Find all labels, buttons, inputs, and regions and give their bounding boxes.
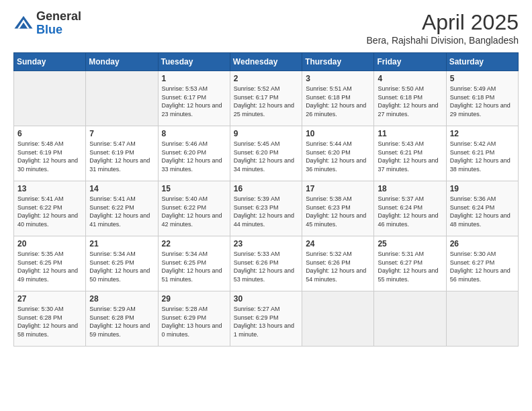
- day-number: 7: [89, 129, 154, 138]
- calendar-cell: 8Sunrise: 5:46 AM Sunset: 6:20 PM Daylig…: [158, 126, 230, 181]
- calendar-cell: [86, 71, 158, 126]
- day-info: Sunrise: 5:41 AM Sunset: 6:22 PM Dayligh…: [17, 195, 82, 228]
- day-number: 21: [89, 239, 154, 248]
- calendar-cell: 15Sunrise: 5:40 AM Sunset: 6:22 PM Dayli…: [158, 181, 230, 236]
- day-number: 12: [450, 129, 515, 138]
- day-info: Sunrise: 5:42 AM Sunset: 6:21 PM Dayligh…: [450, 140, 515, 173]
- day-info: Sunrise: 5:53 AM Sunset: 6:17 PM Dayligh…: [162, 85, 226, 118]
- day-number: 27: [17, 294, 82, 304]
- weekday-header-thursday: Thursday: [302, 53, 374, 71]
- day-number: 23: [234, 239, 298, 248]
- day-info: Sunrise: 5:47 AM Sunset: 6:19 PM Dayligh…: [89, 140, 154, 173]
- calendar-cell: [302, 291, 374, 347]
- day-info: Sunrise: 5:52 AM Sunset: 6:17 PM Dayligh…: [234, 85, 298, 118]
- day-number: 2: [234, 74, 298, 83]
- day-info: Sunrise: 5:34 AM Sunset: 6:25 PM Dayligh…: [162, 250, 226, 283]
- day-number: 16: [234, 184, 298, 193]
- day-number: 10: [306, 129, 370, 138]
- day-info: Sunrise: 5:28 AM Sunset: 6:29 PM Dayligh…: [162, 305, 226, 338]
- page: General Blue April 2025 Bera, Rajshahi D…: [0, 0, 532, 411]
- logo-icon: [13, 13, 34, 34]
- day-number: 9: [234, 129, 298, 138]
- calendar-cell: 19Sunrise: 5:36 AM Sunset: 6:24 PM Dayli…: [446, 181, 518, 236]
- day-info: Sunrise: 5:39 AM Sunset: 6:23 PM Dayligh…: [234, 195, 298, 228]
- day-info: Sunrise: 5:29 AM Sunset: 6:28 PM Dayligh…: [89, 305, 154, 338]
- calendar-cell: 27Sunrise: 5:30 AM Sunset: 6:28 PM Dayli…: [14, 291, 86, 347]
- weekday-header-wednesday: Wednesday: [230, 53, 302, 71]
- day-info: Sunrise: 5:32 AM Sunset: 6:26 PM Dayligh…: [306, 250, 370, 283]
- day-number: 28: [89, 294, 154, 304]
- day-number: 4: [378, 74, 442, 83]
- logo: General Blue: [13, 10, 81, 37]
- calendar-cell: 14Sunrise: 5:41 AM Sunset: 6:22 PM Dayli…: [86, 181, 158, 236]
- week-row-5: 27Sunrise: 5:30 AM Sunset: 6:28 PM Dayli…: [14, 291, 519, 347]
- calendar-cell: 29Sunrise: 5:28 AM Sunset: 6:29 PM Dayli…: [158, 291, 230, 347]
- day-number: 1: [162, 74, 226, 83]
- subtitle: Bera, Rajshahi Division, Bangladesh: [367, 35, 519, 46]
- weekday-header-row: SundayMondayTuesdayWednesdayThursdayFrid…: [14, 53, 519, 71]
- weekday-header-monday: Monday: [86, 53, 158, 71]
- day-info: Sunrise: 5:33 AM Sunset: 6:26 PM Dayligh…: [234, 250, 298, 283]
- day-info: Sunrise: 5:36 AM Sunset: 6:24 PM Dayligh…: [450, 195, 515, 228]
- calendar-header: SundayMondayTuesdayWednesdayThursdayFrid…: [14, 53, 519, 71]
- day-number: 11: [378, 129, 442, 138]
- calendar-body: 1Sunrise: 5:53 AM Sunset: 6:17 PM Daylig…: [14, 71, 519, 347]
- day-info: Sunrise: 5:44 AM Sunset: 6:20 PM Dayligh…: [306, 140, 370, 173]
- calendar-cell: 6Sunrise: 5:48 AM Sunset: 6:19 PM Daylig…: [14, 126, 86, 181]
- day-number: 26: [450, 239, 515, 248]
- logo-blue-text: Blue: [36, 23, 62, 36]
- day-info: Sunrise: 5:37 AM Sunset: 6:24 PM Dayligh…: [378, 195, 442, 228]
- day-info: Sunrise: 5:43 AM Sunset: 6:21 PM Dayligh…: [378, 140, 442, 173]
- calendar-cell: 22Sunrise: 5:34 AM Sunset: 6:25 PM Dayli…: [158, 236, 230, 291]
- weekday-header-friday: Friday: [374, 53, 446, 71]
- calendar-cell: 4Sunrise: 5:50 AM Sunset: 6:18 PM Daylig…: [374, 71, 446, 126]
- calendar-cell: [374, 291, 446, 347]
- day-info: Sunrise: 5:45 AM Sunset: 6:20 PM Dayligh…: [234, 140, 298, 173]
- calendar-cell: 26Sunrise: 5:30 AM Sunset: 6:27 PM Dayli…: [446, 236, 518, 291]
- calendar-cell: 16Sunrise: 5:39 AM Sunset: 6:23 PM Dayli…: [230, 181, 302, 236]
- day-number: 5: [450, 74, 515, 83]
- day-info: Sunrise: 5:49 AM Sunset: 6:18 PM Dayligh…: [450, 85, 515, 118]
- calendar-cell: 2Sunrise: 5:52 AM Sunset: 6:17 PM Daylig…: [230, 71, 302, 126]
- day-info: Sunrise: 5:31 AM Sunset: 6:27 PM Dayligh…: [378, 250, 442, 283]
- day-number: 8: [162, 129, 226, 138]
- day-number: 3: [306, 74, 370, 83]
- calendar-cell: 24Sunrise: 5:32 AM Sunset: 6:26 PM Dayli…: [302, 236, 374, 291]
- logo-general-text: General: [36, 9, 81, 23]
- calendar-cell: 20Sunrise: 5:35 AM Sunset: 6:25 PM Dayli…: [14, 236, 86, 291]
- day-number: 20: [17, 239, 82, 248]
- weekday-header-sunday: Sunday: [14, 53, 86, 71]
- day-info: Sunrise: 5:30 AM Sunset: 6:28 PM Dayligh…: [17, 305, 82, 338]
- calendar-cell: 5Sunrise: 5:49 AM Sunset: 6:18 PM Daylig…: [446, 71, 518, 126]
- calendar-cell: 9Sunrise: 5:45 AM Sunset: 6:20 PM Daylig…: [230, 126, 302, 181]
- day-number: 29: [162, 294, 226, 304]
- day-info: Sunrise: 5:38 AM Sunset: 6:23 PM Dayligh…: [306, 195, 370, 228]
- day-info: Sunrise: 5:27 AM Sunset: 6:29 PM Dayligh…: [234, 305, 298, 338]
- calendar: SundayMondayTuesdayWednesdayThursdayFrid…: [13, 52, 519, 347]
- calendar-cell: 1Sunrise: 5:53 AM Sunset: 6:17 PM Daylig…: [158, 71, 230, 126]
- day-info: Sunrise: 5:50 AM Sunset: 6:18 PM Dayligh…: [378, 85, 442, 118]
- day-info: Sunrise: 5:41 AM Sunset: 6:22 PM Dayligh…: [89, 195, 154, 228]
- day-info: Sunrise: 5:48 AM Sunset: 6:19 PM Dayligh…: [17, 140, 82, 173]
- calendar-cell: 10Sunrise: 5:44 AM Sunset: 6:20 PM Dayli…: [302, 126, 374, 181]
- calendar-cell: 7Sunrise: 5:47 AM Sunset: 6:19 PM Daylig…: [86, 126, 158, 181]
- calendar-cell: 18Sunrise: 5:37 AM Sunset: 6:24 PM Dayli…: [374, 181, 446, 236]
- day-info: Sunrise: 5:46 AM Sunset: 6:20 PM Dayligh…: [162, 140, 226, 173]
- week-row-3: 13Sunrise: 5:41 AM Sunset: 6:22 PM Dayli…: [14, 181, 519, 236]
- logo-text: General Blue: [36, 10, 81, 37]
- day-number: 13: [17, 184, 82, 193]
- title-block: April 2025 Bera, Rajshahi Division, Bang…: [367, 10, 519, 46]
- main-title: April 2025: [367, 10, 519, 35]
- day-info: Sunrise: 5:30 AM Sunset: 6:27 PM Dayligh…: [450, 250, 515, 283]
- weekday-header-tuesday: Tuesday: [158, 53, 230, 71]
- weekday-header-saturday: Saturday: [446, 53, 518, 71]
- header: General Blue April 2025 Bera, Rajshahi D…: [13, 10, 519, 46]
- day-info: Sunrise: 5:51 AM Sunset: 6:18 PM Dayligh…: [306, 85, 370, 118]
- day-number: 22: [162, 239, 226, 248]
- calendar-cell: 12Sunrise: 5:42 AM Sunset: 6:21 PM Dayli…: [446, 126, 518, 181]
- day-info: Sunrise: 5:34 AM Sunset: 6:25 PM Dayligh…: [89, 250, 154, 283]
- day-number: 18: [378, 184, 442, 193]
- calendar-cell: 28Sunrise: 5:29 AM Sunset: 6:28 PM Dayli…: [86, 291, 158, 347]
- week-row-2: 6Sunrise: 5:48 AM Sunset: 6:19 PM Daylig…: [14, 126, 519, 181]
- calendar-cell: 21Sunrise: 5:34 AM Sunset: 6:25 PM Dayli…: [86, 236, 158, 291]
